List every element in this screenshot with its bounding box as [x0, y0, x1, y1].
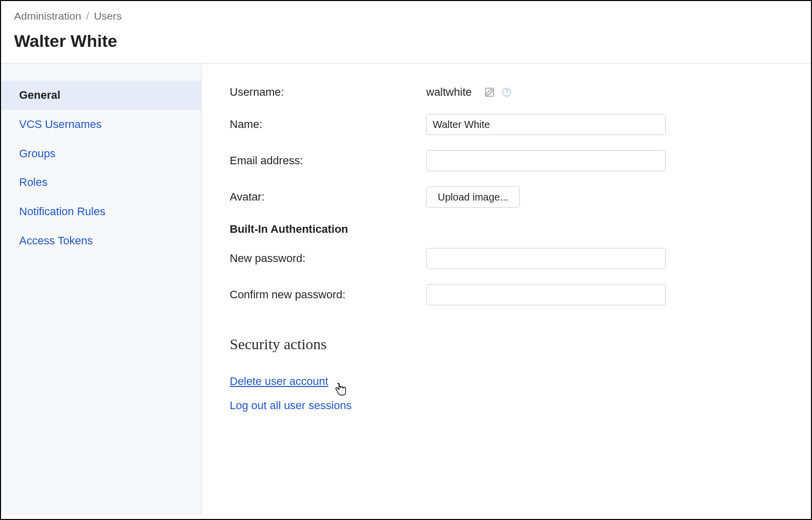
sidebar: General VCS Usernames Groups Roles Notif… — [1, 63, 201, 515]
page-title: Walter White — [14, 31, 798, 51]
svg-point-2 — [507, 94, 508, 95]
confirm-password-field[interactable] — [426, 284, 666, 305]
breadcrumb: Administration / Users — [14, 10, 798, 22]
upload-image-button[interactable]: Upload image... — [426, 186, 520, 208]
new-password-field[interactable] — [426, 248, 666, 269]
logout-all-sessions-link[interactable]: Log out all user sessions — [230, 399, 783, 412]
breadcrumb-separator: / — [86, 10, 89, 22]
label-username: Username: — [230, 86, 426, 99]
row-new-password: New password: — [230, 248, 783, 269]
label-email: Email address: — [230, 154, 426, 167]
sidebar-item-vcs-usernames[interactable]: VCS Usernames — [1, 110, 201, 139]
row-avatar: Avatar: Upload image... — [230, 186, 783, 208]
auth-heading: Built-In Authentication — [230, 223, 783, 236]
sidebar-item-access-tokens[interactable]: Access Tokens — [1, 226, 201, 255]
delete-user-account-link[interactable]: Delete user account — [230, 375, 783, 388]
row-email: Email address: — [230, 150, 783, 171]
edit-icon[interactable] — [484, 86, 496, 98]
sidebar-item-general[interactable]: General — [1, 81, 201, 110]
email-field[interactable] — [426, 150, 666, 171]
label-name: Name: — [230, 118, 426, 131]
row-username: Username: waltwhite — [230, 86, 783, 99]
sidebar-item-groups[interactable]: Groups — [1, 139, 201, 168]
main-content: Username: waltwhite Name: — [201, 63, 811, 515]
help-icon[interactable] — [501, 86, 513, 98]
name-field[interactable] — [426, 114, 666, 135]
sidebar-item-notification-rules[interactable]: Notification Rules — [1, 197, 201, 226]
row-confirm-password: Confirm new password: — [230, 284, 783, 305]
row-name: Name: — [230, 114, 783, 135]
breadcrumb-users[interactable]: Users — [94, 10, 122, 22]
label-avatar: Avatar: — [230, 190, 426, 204]
svg-rect-0 — [486, 88, 494, 96]
label-new-password: New password: — [230, 252, 426, 265]
security-heading: Security actions — [230, 336, 783, 353]
sidebar-item-roles[interactable]: Roles — [1, 168, 201, 197]
page-header: Administration / Users Walter White — [1, 1, 811, 63]
value-username: waltwhite — [426, 86, 471, 99]
label-confirm-password: Confirm new password: — [230, 288, 426, 301]
breadcrumb-administration[interactable]: Administration — [14, 10, 81, 22]
